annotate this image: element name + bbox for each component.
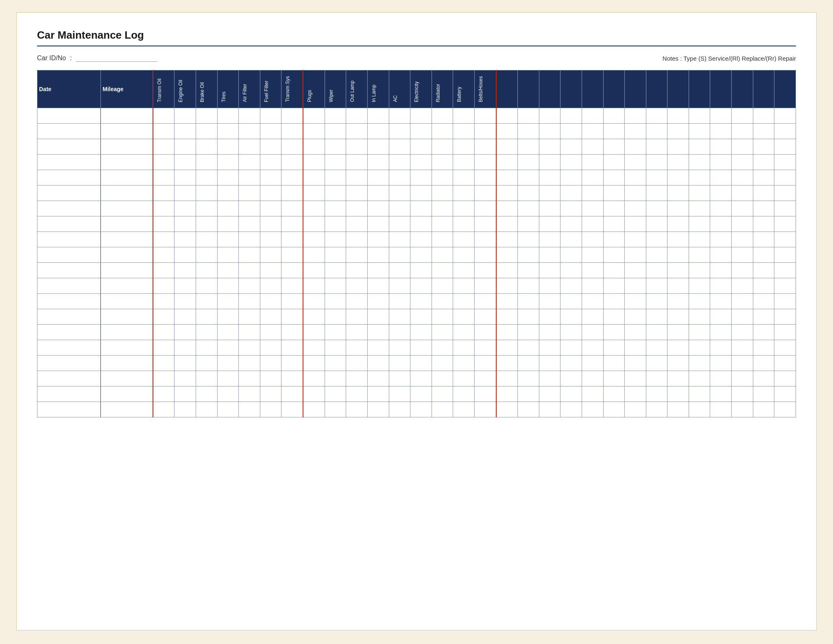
cell-extra14-row-8[interactable]	[774, 232, 796, 247]
cell-ac-row-13[interactable]	[389, 309, 410, 325]
cell-engine_oil-row-1[interactable]	[174, 124, 196, 139]
cell-out_lamp-row-8[interactable]	[346, 232, 368, 247]
cell-radiator-row-4[interactable]	[432, 170, 453, 186]
cell-in_lamp-row-16[interactable]	[367, 356, 389, 371]
cell-battery-row-11[interactable]	[453, 278, 475, 294]
cell-plugs-row-1[interactable]	[303, 124, 325, 139]
cell-extra3-row-0[interactable]	[539, 108, 560, 124]
cell-extra5-row-2[interactable]	[582, 139, 604, 155]
cell-extra5-row-17[interactable]	[582, 371, 604, 386]
cell-mileage-row-13[interactable]	[101, 309, 153, 325]
cell-extra3-row-19[interactable]	[539, 402, 560, 417]
cell-extra5-row-14[interactable]	[582, 325, 604, 340]
cell-extra7-row-0[interactable]	[625, 108, 646, 124]
cell-wiper-row-13[interactable]	[325, 309, 346, 325]
cell-in_lamp-row-6[interactable]	[367, 201, 389, 216]
cell-in_lamp-row-9[interactable]	[367, 247, 389, 263]
cell-extra4-row-18[interactable]	[560, 386, 582, 402]
cell-ac-row-4[interactable]	[389, 170, 410, 186]
cell-out_lamp-row-0[interactable]	[346, 108, 368, 124]
cell-air_filter-row-8[interactable]	[239, 232, 260, 247]
cell-radiator-row-3[interactable]	[432, 155, 453, 170]
cell-extra12-row-5[interactable]	[731, 186, 753, 201]
cell-extra2-row-5[interactable]	[518, 186, 539, 201]
cell-plugs-row-15[interactable]	[303, 340, 325, 356]
cell-engine_oil-row-12[interactable]	[174, 294, 196, 309]
cell-electricity-row-7[interactable]	[410, 216, 432, 232]
cell-belts_hoses-row-14[interactable]	[474, 325, 496, 340]
cell-extra9-row-18[interactable]	[667, 386, 689, 402]
cell-transm_sys-row-12[interactable]	[281, 294, 303, 309]
cell-extra12-row-12[interactable]	[731, 294, 753, 309]
cell-mileage-row-16[interactable]	[101, 356, 153, 371]
cell-extra2-row-16[interactable]	[518, 356, 539, 371]
cell-extra10-row-7[interactable]	[689, 216, 710, 232]
cell-transm_oil-row-13[interactable]	[153, 309, 174, 325]
cell-mileage-row-7[interactable]	[101, 216, 153, 232]
cell-extra3-row-3[interactable]	[539, 155, 560, 170]
cell-extra8-row-9[interactable]	[646, 247, 667, 263]
cell-tires-row-0[interactable]	[217, 108, 239, 124]
cell-tires-row-2[interactable]	[217, 139, 239, 155]
cell-extra4-row-0[interactable]	[560, 108, 582, 124]
cell-extra11-row-17[interactable]	[710, 371, 732, 386]
cell-engine_oil-row-2[interactable]	[174, 139, 196, 155]
cell-transm_oil-row-4[interactable]	[153, 170, 174, 186]
cell-extra6-row-5[interactable]	[603, 186, 625, 201]
cell-belts_hoses-row-3[interactable]	[474, 155, 496, 170]
cell-wiper-row-15[interactable]	[325, 340, 346, 356]
cell-transm_sys-row-15[interactable]	[281, 340, 303, 356]
cell-extra8-row-14[interactable]	[646, 325, 667, 340]
cell-brake_oil-row-17[interactable]	[196, 371, 218, 386]
cell-out_lamp-row-18[interactable]	[346, 386, 368, 402]
cell-date-row-9[interactable]	[37, 247, 101, 263]
cell-in_lamp-row-0[interactable]	[367, 108, 389, 124]
cell-extra4-row-9[interactable]	[560, 247, 582, 263]
cell-wiper-row-11[interactable]	[325, 278, 346, 294]
cell-extra3-row-7[interactable]	[539, 216, 560, 232]
cell-mileage-row-11[interactable]	[101, 278, 153, 294]
cell-electricity-row-14[interactable]	[410, 325, 432, 340]
cell-extra1-row-6[interactable]	[496, 201, 518, 216]
cell-extra2-row-0[interactable]	[518, 108, 539, 124]
cell-extra9-row-7[interactable]	[667, 216, 689, 232]
cell-extra1-row-10[interactable]	[496, 263, 518, 278]
cell-transm_sys-row-10[interactable]	[281, 263, 303, 278]
cell-extra10-row-2[interactable]	[689, 139, 710, 155]
cell-extra6-row-6[interactable]	[603, 201, 625, 216]
cell-date-row-0[interactable]	[37, 108, 101, 124]
cell-extra14-row-10[interactable]	[774, 263, 796, 278]
cell-plugs-row-16[interactable]	[303, 356, 325, 371]
cell-fuel_filter-row-8[interactable]	[260, 232, 281, 247]
cell-extra12-row-9[interactable]	[731, 247, 753, 263]
cell-electricity-row-6[interactable]	[410, 201, 432, 216]
cell-brake_oil-row-2[interactable]	[196, 139, 218, 155]
cell-extra1-row-5[interactable]	[496, 186, 518, 201]
cell-brake_oil-row-12[interactable]	[196, 294, 218, 309]
cell-extra8-row-5[interactable]	[646, 186, 667, 201]
cell-extra12-row-19[interactable]	[731, 402, 753, 417]
cell-brake_oil-row-13[interactable]	[196, 309, 218, 325]
cell-extra8-row-19[interactable]	[646, 402, 667, 417]
cell-extra3-row-8[interactable]	[539, 232, 560, 247]
cell-belts_hoses-row-10[interactable]	[474, 263, 496, 278]
cell-battery-row-6[interactable]	[453, 201, 475, 216]
cell-air_filter-row-9[interactable]	[239, 247, 260, 263]
cell-belts_hoses-row-1[interactable]	[474, 124, 496, 139]
cell-radiator-row-13[interactable]	[432, 309, 453, 325]
cell-battery-row-13[interactable]	[453, 309, 475, 325]
cell-fuel_filter-row-19[interactable]	[260, 402, 281, 417]
cell-date-row-16[interactable]	[37, 356, 101, 371]
cell-ac-row-14[interactable]	[389, 325, 410, 340]
cell-extra10-row-5[interactable]	[689, 186, 710, 201]
cell-wiper-row-19[interactable]	[325, 402, 346, 417]
cell-electricity-row-2[interactable]	[410, 139, 432, 155]
cell-battery-row-0[interactable]	[453, 108, 475, 124]
cell-plugs-row-3[interactable]	[303, 155, 325, 170]
cell-in_lamp-row-8[interactable]	[367, 232, 389, 247]
cell-extra9-row-13[interactable]	[667, 309, 689, 325]
cell-in_lamp-row-17[interactable]	[367, 371, 389, 386]
cell-battery-row-5[interactable]	[453, 186, 475, 201]
cell-belts_hoses-row-9[interactable]	[474, 247, 496, 263]
cell-in_lamp-row-11[interactable]	[367, 278, 389, 294]
